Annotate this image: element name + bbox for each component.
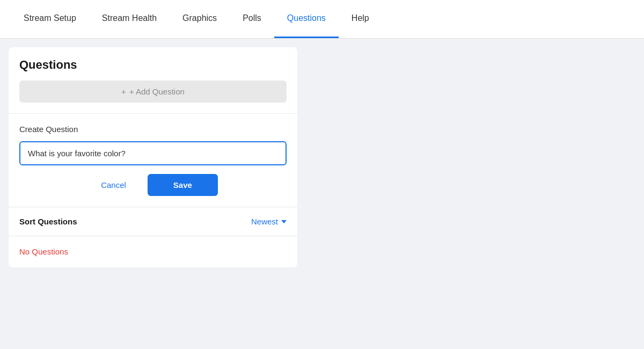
action-buttons: Cancel Save [19,174,287,196]
add-question-label: + Add Question [129,87,185,96]
nav-item-help[interactable]: Help [339,0,382,38]
add-question-button[interactable]: + + Add Question [19,81,287,103]
main-content: Questions + + Add Question Create Questi… [0,39,644,349]
top-nav: Stream Setup Stream Health Graphics Poll… [0,0,644,39]
nav-item-questions[interactable]: Questions [274,0,339,38]
questions-title: Questions [19,58,287,72]
sort-questions-card: Sort Questions Newest [9,207,297,236]
question-input[interactable] [19,141,287,165]
sort-label: Sort Questions [19,217,77,226]
create-question-label: Create Question [19,125,287,134]
no-questions-card: No Questions [9,236,297,267]
sort-value: Newest [251,217,278,226]
no-questions-text: No Questions [19,247,68,256]
create-question-card: Create Question Cancel Save [9,113,297,207]
nav-item-stream-health[interactable]: Stream Health [89,0,170,38]
questions-header-card: Questions + + Add Question [9,47,297,113]
left-panel: Questions + + Add Question Create Questi… [0,39,306,349]
chevron-down-icon [281,220,287,223]
right-panel [306,39,644,349]
plus-icon: + [121,87,126,96]
sort-dropdown[interactable]: Newest [251,217,287,226]
save-button[interactable]: Save [148,174,218,196]
nav-item-stream-setup[interactable]: Stream Setup [11,0,89,38]
cards-group: Questions + + Add Question Create Questi… [9,47,297,267]
nav-item-graphics[interactable]: Graphics [170,0,230,38]
cancel-button[interactable]: Cancel [88,175,139,195]
nav-item-polls[interactable]: Polls [230,0,274,38]
